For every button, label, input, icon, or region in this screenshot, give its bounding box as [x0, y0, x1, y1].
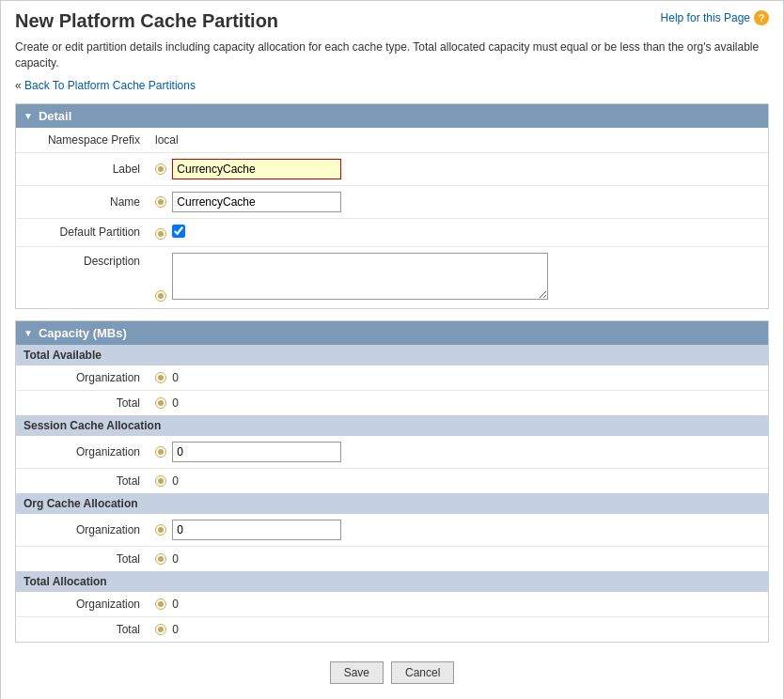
label-field-cell	[148, 152, 768, 185]
session-total-label: Total	[16, 468, 148, 493]
session-cache-header: Session Cache Allocation	[16, 415, 768, 436]
session-total-value: 0	[172, 474, 179, 488]
total-available-org-label: Organization	[16, 365, 148, 391]
description-required-icon	[155, 290, 166, 302]
session-org-icon	[155, 446, 166, 458]
session-total-row: Total 0	[16, 468, 768, 493]
total-available-total-row: Total 0	[16, 390, 768, 415]
total-available-org-row: Organization 0	[16, 365, 768, 391]
total-available-table: Organization 0 Total 0	[16, 365, 768, 415]
org-cache-org-row: Organization	[16, 514, 768, 547]
page-container: New Platform Cache Partition Help for th…	[0, 0, 784, 699]
total-alloc-total-value: 0	[172, 623, 179, 636]
name-field-cell	[148, 185, 768, 218]
description-textarea[interactable]	[172, 253, 548, 300]
detail-form-table: Namespace Prefix local Label Name	[16, 128, 768, 308]
default-partition-row: Default Partition	[16, 218, 768, 246]
default-partition-checkbox[interactable]	[172, 225, 185, 238]
total-avail-total-icon	[155, 397, 166, 409]
total-alloc-org-value: 0	[172, 598, 179, 611]
cancel-button[interactable]: Cancel	[391, 661, 454, 684]
org-cache-org-cell	[148, 514, 768, 547]
page-header: New Platform Cache Partition Help for th…	[15, 10, 769, 32]
help-icon: ?	[754, 10, 769, 25]
org-cache-org-input[interactable]	[172, 520, 341, 540]
total-alloc-total-row: Total 0	[16, 616, 768, 642]
capacity-section-header: ▼ Capacity (MBs)	[16, 321, 768, 345]
org-cache-org-label: Organization	[16, 514, 148, 547]
total-available-total-label: Total	[16, 390, 148, 415]
total-alloc-total-cell: 0	[148, 616, 768, 642]
org-cache-table: Organization Total 0	[16, 514, 768, 571]
breadcrumb-prefix: «	[15, 79, 22, 92]
total-alloc-total-icon	[155, 624, 166, 635]
total-avail-org-icon	[155, 372, 166, 383]
label-row: Label	[16, 152, 768, 185]
total-available-org-value: 0	[172, 371, 179, 384]
session-org-input[interactable]	[172, 442, 341, 462]
total-available-total-cell: 0	[148, 390, 768, 415]
org-cache-header: Org Cache Allocation	[16, 493, 768, 514]
namespace-prefix-value: local	[148, 128, 768, 153]
org-cache-total-label: Total	[16, 546, 148, 571]
capacity-toggle-arrow[interactable]: ▼	[24, 328, 33, 338]
label-input[interactable]	[172, 159, 341, 179]
capacity-section: ▼ Capacity (MBs) Total Available Organiz…	[15, 320, 769, 643]
name-row: Name	[16, 185, 768, 218]
detail-toggle-arrow[interactable]: ▼	[24, 111, 33, 121]
total-alloc-total-label: Total	[16, 616, 148, 642]
capacity-section-title: Capacity (MBs)	[39, 326, 127, 340]
help-link[interactable]: Help for this Page ?	[661, 10, 769, 25]
description-cell	[148, 246, 768, 308]
total-alloc-org-row: Organization 0	[16, 592, 768, 617]
breadcrumb: « Back To Platform Cache Partitions	[15, 79, 769, 92]
page-title: New Platform Cache Partition	[15, 10, 278, 32]
org-cache-org-icon	[155, 524, 166, 536]
namespace-prefix-row: Namespace Prefix local	[16, 128, 768, 153]
session-org-row: Organization	[16, 436, 768, 469]
org-cache-total-row: Total 0	[16, 546, 768, 571]
total-alloc-org-cell: 0	[148, 592, 768, 617]
breadcrumb-link[interactable]: Back To Platform Cache Partitions	[24, 79, 196, 92]
label-required-icon	[155, 163, 166, 175]
page-description: Create or edit partition details includi…	[15, 39, 769, 71]
name-required-icon	[155, 196, 166, 208]
footer-buttons: Save Cancel	[15, 661, 769, 684]
org-cache-total-cell: 0	[148, 546, 768, 571]
namespace-prefix-label: Namespace Prefix	[16, 128, 148, 153]
detail-section: ▼ Detail Namespace Prefix local Label	[15, 103, 769, 309]
total-alloc-org-icon	[155, 598, 166, 610]
total-allocation-header: Total Allocation	[16, 571, 768, 592]
default-partition-cell	[148, 218, 768, 246]
default-partition-label: Default Partition	[16, 218, 148, 246]
detail-section-header: ▼ Detail	[16, 104, 768, 128]
total-allocation-table: Organization 0 Total 0	[16, 592, 768, 642]
description-label: Description	[16, 246, 148, 308]
description-row: Description	[16, 246, 768, 308]
total-alloc-org-label: Organization	[16, 592, 148, 617]
session-cache-table: Organization Total 0	[16, 436, 768, 493]
help-link-text: Help for this Page	[661, 11, 750, 24]
session-org-cell	[148, 436, 768, 469]
detail-section-title: Detail	[39, 109, 71, 123]
default-partition-icon	[155, 228, 166, 240]
org-cache-total-icon	[155, 553, 166, 565]
session-total-icon	[155, 475, 166, 487]
total-available-header: Total Available	[16, 345, 768, 365]
total-available-org-cell: 0	[148, 365, 768, 391]
label-field-label: Label	[16, 152, 148, 185]
session-total-cell: 0	[148, 468, 768, 493]
name-input[interactable]	[172, 192, 341, 212]
session-org-label: Organization	[16, 436, 148, 469]
total-available-total-value: 0	[172, 396, 179, 410]
save-button[interactable]: Save	[330, 661, 384, 684]
org-cache-total-value: 0	[172, 552, 179, 566]
name-field-label: Name	[16, 185, 148, 218]
